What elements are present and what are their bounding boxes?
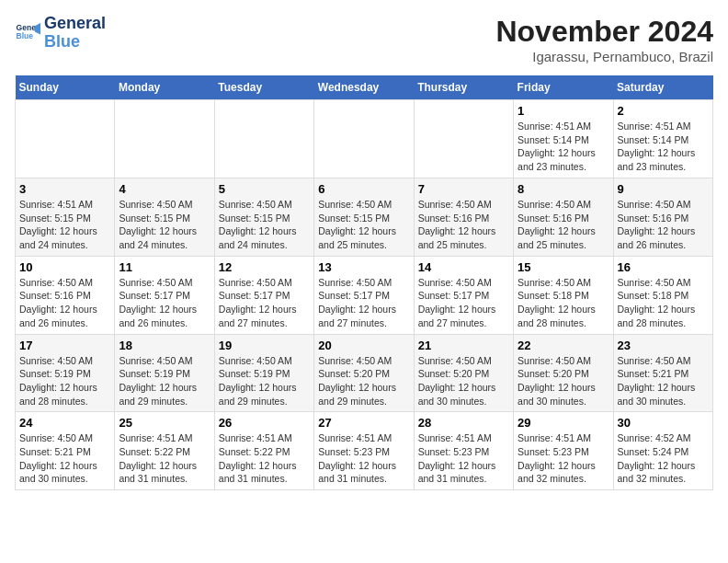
day-number: 25 [119, 416, 210, 430]
day-info: Sunrise: 4:50 AMSunset: 5:21 PMDaylight:… [19, 431, 110, 486]
calendar-cell: 25Sunrise: 4:51 AMSunset: 5:22 PMDayligh… [115, 412, 214, 490]
day-number: 11 [119, 260, 210, 274]
day-info: Sunrise: 4:50 AMSunset: 5:20 PMDaylight:… [318, 354, 409, 408]
day-info: Sunrise: 4:50 AMSunset: 5:16 PMDaylight:… [418, 198, 509, 252]
day-info: Sunrise: 4:50 AMSunset: 5:16 PMDaylight:… [618, 198, 709, 252]
day-info: Sunrise: 4:52 AMSunset: 5:24 PMDaylight:… [618, 431, 709, 486]
calendar-cell: 30Sunrise: 4:52 AMSunset: 5:24 PMDayligh… [613, 412, 712, 490]
day-info: Sunrise: 4:50 AMSunset: 5:18 PMDaylight:… [618, 276, 709, 330]
day-number: 9 [618, 182, 709, 196]
day-number: 10 [19, 260, 110, 274]
calendar-cell: 21Sunrise: 4:50 AMSunset: 5:20 PMDayligh… [414, 334, 513, 412]
day-number: 20 [318, 339, 409, 352]
day-info: Sunrise: 4:50 AMSunset: 5:17 PMDaylight:… [119, 276, 210, 330]
day-number: 2 [618, 104, 709, 118]
title-area: November 2024 Igarassu, Pernambuco, Braz… [495, 15, 713, 64]
day-info: Sunrise: 4:51 AMSunset: 5:23 PMDaylight:… [418, 431, 509, 486]
day-info: Sunrise: 4:50 AMSunset: 5:16 PMDaylight:… [19, 276, 110, 330]
calendar-cell: 3Sunrise: 4:51 AMSunset: 5:15 PMDaylight… [16, 178, 115, 257]
logo-text-line2: Blue [44, 33, 106, 52]
calendar-cell: 23Sunrise: 4:50 AMSunset: 5:21 PMDayligh… [613, 334, 712, 412]
calendar-cell: 19Sunrise: 4:50 AMSunset: 5:19 PMDayligh… [214, 334, 313, 412]
day-number: 16 [618, 260, 709, 274]
calendar-week-1: 1Sunrise: 4:51 AMSunset: 5:14 PMDaylight… [16, 100, 713, 178]
day-number: 22 [518, 339, 609, 352]
day-info: Sunrise: 4:51 AMSunset: 5:14 PMDaylight:… [518, 120, 609, 174]
day-info: Sunrise: 4:50 AMSunset: 5:19 PMDaylight:… [219, 354, 310, 408]
logo-icon: General Blue [15, 20, 40, 46]
calendar-header-row: SundayMondayTuesdayWednesdayThursdayFrid… [16, 75, 713, 100]
calendar-cell: 5Sunrise: 4:50 AMSunset: 5:15 PMDaylight… [214, 178, 313, 257]
calendar-cell: 18Sunrise: 4:50 AMSunset: 5:19 PMDayligh… [115, 334, 214, 412]
day-number: 5 [219, 182, 310, 196]
day-number: 18 [119, 339, 210, 352]
day-info: Sunrise: 4:50 AMSunset: 5:20 PMDaylight:… [418, 354, 509, 408]
svg-text:Blue: Blue [17, 31, 34, 40]
day-number: 6 [318, 182, 409, 196]
calendar-cell: 27Sunrise: 4:51 AMSunset: 5:23 PMDayligh… [314, 412, 414, 490]
day-info: Sunrise: 4:50 AMSunset: 5:19 PMDaylight:… [119, 354, 210, 408]
calendar-cell: 4Sunrise: 4:50 AMSunset: 5:15 PMDaylight… [115, 178, 214, 257]
day-info: Sunrise: 4:51 AMSunset: 5:23 PMDaylight:… [518, 431, 609, 486]
day-info: Sunrise: 4:50 AMSunset: 5:17 PMDaylight:… [219, 276, 310, 330]
day-number: 3 [19, 182, 110, 196]
calendar-table: SundayMondayTuesdayWednesdayThursdayFrid… [15, 75, 713, 490]
day-number: 23 [618, 339, 709, 352]
day-info: Sunrise: 4:50 AMSunset: 5:15 PMDaylight:… [119, 198, 210, 252]
day-number: 1 [518, 104, 609, 118]
day-number: 30 [618, 416, 709, 430]
calendar-cell: 13Sunrise: 4:50 AMSunset: 5:17 PMDayligh… [314, 256, 414, 334]
calendar-week-3: 10Sunrise: 4:50 AMSunset: 5:16 PMDayligh… [16, 256, 713, 334]
calendar-cell: 14Sunrise: 4:50 AMSunset: 5:17 PMDayligh… [414, 256, 513, 334]
calendar-header-monday: Monday [115, 75, 214, 100]
calendar-cell [214, 100, 313, 178]
calendar-cell: 17Sunrise: 4:50 AMSunset: 5:19 PMDayligh… [16, 334, 115, 412]
day-info: Sunrise: 4:50 AMSunset: 5:17 PMDaylight:… [318, 276, 409, 330]
calendar-header-tuesday: Tuesday [214, 75, 313, 100]
calendar-cell: 28Sunrise: 4:51 AMSunset: 5:23 PMDayligh… [414, 412, 513, 490]
calendar-cell [115, 100, 214, 178]
page-title: November 2024 [495, 15, 713, 49]
day-info: Sunrise: 4:50 AMSunset: 5:16 PMDaylight:… [518, 198, 609, 252]
day-info: Sunrise: 4:50 AMSunset: 5:15 PMDaylight:… [219, 198, 310, 252]
calendar-cell: 29Sunrise: 4:51 AMSunset: 5:23 PMDayligh… [514, 412, 613, 490]
logo-text-line1: General [44, 15, 106, 33]
calendar-cell: 16Sunrise: 4:50 AMSunset: 5:18 PMDayligh… [613, 256, 712, 334]
day-number: 26 [219, 416, 310, 430]
day-info: Sunrise: 4:51 AMSunset: 5:23 PMDaylight:… [318, 431, 409, 486]
logo: General Blue General Blue [15, 15, 106, 52]
calendar-cell [314, 100, 414, 178]
page-subtitle: Igarassu, Pernambuco, Brazil [495, 49, 713, 64]
day-info: Sunrise: 4:50 AMSunset: 5:17 PMDaylight:… [418, 276, 509, 330]
calendar-cell: 2Sunrise: 4:51 AMSunset: 5:14 PMDaylight… [613, 100, 712, 178]
calendar-week-2: 3Sunrise: 4:51 AMSunset: 5:15 PMDaylight… [16, 178, 713, 257]
day-number: 13 [318, 260, 409, 274]
calendar-cell: 20Sunrise: 4:50 AMSunset: 5:20 PMDayligh… [314, 334, 414, 412]
day-info: Sunrise: 4:51 AMSunset: 5:14 PMDaylight:… [618, 120, 709, 174]
day-number: 7 [418, 182, 509, 196]
day-number: 19 [219, 339, 310, 352]
day-number: 21 [418, 339, 509, 352]
day-info: Sunrise: 4:50 AMSunset: 5:18 PMDaylight:… [518, 276, 609, 330]
calendar-header-sunday: Sunday [16, 75, 115, 100]
day-info: Sunrise: 4:50 AMSunset: 5:19 PMDaylight:… [19, 354, 110, 408]
day-number: 17 [19, 339, 110, 352]
day-info: Sunrise: 4:50 AMSunset: 5:15 PMDaylight:… [318, 198, 409, 252]
day-number: 12 [219, 260, 310, 274]
calendar-cell: 15Sunrise: 4:50 AMSunset: 5:18 PMDayligh… [514, 256, 613, 334]
day-number: 15 [518, 260, 609, 274]
calendar-cell: 8Sunrise: 4:50 AMSunset: 5:16 PMDaylight… [514, 178, 613, 257]
day-info: Sunrise: 4:51 AMSunset: 5:15 PMDaylight:… [19, 198, 110, 252]
calendar-header-friday: Friday [514, 75, 613, 100]
page-header: General Blue General Blue November 2024 … [15, 15, 713, 64]
day-info: Sunrise: 4:50 AMSunset: 5:21 PMDaylight:… [618, 354, 709, 408]
day-number: 14 [418, 260, 509, 274]
calendar-cell: 26Sunrise: 4:51 AMSunset: 5:22 PMDayligh… [214, 412, 313, 490]
calendar-cell: 6Sunrise: 4:50 AMSunset: 5:15 PMDaylight… [314, 178, 414, 257]
calendar-cell [414, 100, 513, 178]
calendar-cell: 7Sunrise: 4:50 AMSunset: 5:16 PMDaylight… [414, 178, 513, 257]
day-number: 29 [518, 416, 609, 430]
calendar-header-wednesday: Wednesday [314, 75, 414, 100]
calendar-cell [16, 100, 115, 178]
calendar-cell: 12Sunrise: 4:50 AMSunset: 5:17 PMDayligh… [214, 256, 313, 334]
